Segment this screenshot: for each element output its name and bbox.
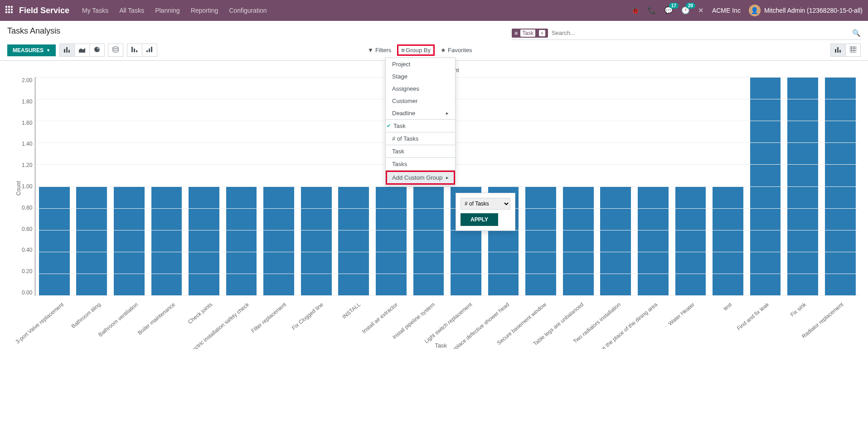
graph-view-button[interactable] bbox=[830, 44, 846, 57]
svg-rect-20 bbox=[835, 49, 836, 53]
y-tick: 0.60 bbox=[22, 226, 32, 232]
svg-rect-14 bbox=[131, 47, 133, 52]
bar-chart-button[interactable] bbox=[59, 44, 75, 57]
svg-rect-2 bbox=[11, 6, 13, 8]
y-tick: 0.80 bbox=[22, 205, 32, 211]
chart-bar[interactable] bbox=[301, 186, 332, 296]
app-brand[interactable]: Field Service bbox=[19, 6, 69, 15]
chart-bar[interactable] bbox=[338, 186, 369, 296]
messages-icon[interactable]: 💬17 bbox=[664, 6, 673, 15]
chart-bar[interactable] bbox=[114, 186, 145, 296]
dd-tasks[interactable]: Tasks bbox=[386, 158, 455, 170]
svg-rect-3 bbox=[5, 9, 7, 10]
avatar-icon: 👤 bbox=[749, 5, 761, 16]
search-input[interactable] bbox=[548, 28, 852, 38]
search-facet[interactable]: ≡ Task × bbox=[512, 29, 548, 38]
navbar: Field Service My Tasks All Tasks Plannin… bbox=[0, 0, 868, 21]
y-tick: 1.00 bbox=[22, 183, 32, 190]
svg-rect-4 bbox=[8, 9, 10, 10]
chart-bar[interactable] bbox=[525, 186, 556, 296]
chart-bar[interactable] bbox=[263, 186, 294, 296]
user-menu[interactable]: 👤 Mitchell Admin (12368280-15-0-all) bbox=[749, 5, 863, 16]
facet-value: Task bbox=[520, 29, 535, 37]
dd-assignees[interactable]: Assignees bbox=[386, 83, 455, 95]
list-icon: ≡ bbox=[514, 30, 517, 36]
filter-icon: ▼ bbox=[368, 47, 373, 54]
svg-rect-17 bbox=[146, 50, 148, 52]
y-tick: 1.20 bbox=[22, 162, 32, 168]
svg-rect-16 bbox=[136, 50, 137, 52]
y-axis: 2.001.801.601.401.201.000.800.600.400.20… bbox=[22, 77, 35, 296]
pie-chart-button[interactable] bbox=[89, 44, 105, 57]
x-axis-label: Task bbox=[14, 342, 868, 349]
list-icon: ≡ bbox=[401, 47, 404, 54]
sort-asc-button[interactable] bbox=[142, 44, 157, 57]
y-tick: 1.80 bbox=[22, 98, 32, 105]
apply-button[interactable]: APPLY bbox=[461, 213, 498, 226]
svg-point-13 bbox=[113, 47, 118, 49]
chart-bar[interactable] bbox=[638, 186, 669, 296]
svg-rect-15 bbox=[134, 49, 135, 52]
apps-icon[interactable] bbox=[5, 6, 13, 15]
tools-icon[interactable]: ✕ bbox=[698, 6, 704, 15]
y-tick: 0.20 bbox=[22, 268, 32, 274]
chart-bar[interactable] bbox=[600, 186, 631, 296]
chart-bar[interactable] bbox=[713, 186, 743, 296]
x-tick-label: 3-port Valve replacement bbox=[15, 301, 65, 345]
search-bar: ≡ Task × 🔍 bbox=[512, 26, 861, 40]
dd-num-tasks[interactable]: # of Tasks bbox=[386, 132, 455, 145]
company-switcher[interactable]: ACME Inc bbox=[712, 7, 741, 14]
group-by-label: Group By bbox=[406, 47, 431, 54]
dd-add-custom-group[interactable]: Add Custom Group bbox=[386, 171, 455, 185]
dd-project[interactable]: Project bbox=[386, 58, 455, 70]
line-chart-button[interactable] bbox=[74, 44, 90, 57]
chart-bar[interactable] bbox=[226, 186, 257, 296]
chart-bar[interactable] bbox=[76, 186, 107, 296]
nav-all-tasks[interactable]: All Tasks bbox=[119, 7, 144, 14]
svg-rect-11 bbox=[68, 50, 70, 53]
activities-badge: 29 bbox=[686, 3, 695, 9]
custom-group-select[interactable]: # of Tasks bbox=[461, 198, 510, 210]
measures-button[interactable]: MEASURES ▼ bbox=[7, 44, 56, 56]
group-by-button[interactable]: ≡ Group By bbox=[397, 44, 435, 56]
y-tick: 1.60 bbox=[22, 120, 32, 126]
chart-bar[interactable] bbox=[39, 186, 70, 296]
dd-task[interactable]: Task bbox=[386, 145, 455, 157]
facet-remove-icon[interactable]: × bbox=[539, 30, 545, 36]
chart-bar[interactable] bbox=[189, 186, 219, 296]
x-tick-label: Fix sink bbox=[789, 301, 807, 318]
dd-stage[interactable]: Stage bbox=[386, 70, 455, 83]
dd-task-checked[interactable]: Task bbox=[386, 120, 455, 132]
pivot-view-button[interactable] bbox=[845, 44, 861, 57]
group-by-dropdown: Project Stage Assignees Customer Deadlin… bbox=[385, 58, 456, 185]
chart-bar[interactable] bbox=[376, 186, 407, 296]
nav-planning[interactable]: Planning bbox=[155, 7, 180, 14]
activities-icon[interactable]: 🕐29 bbox=[681, 6, 690, 15]
sort-desc-button[interactable] bbox=[127, 44, 142, 57]
dd-deadline[interactable]: Deadline bbox=[386, 107, 455, 119]
debug-icon[interactable]: 🐞 bbox=[631, 6, 640, 15]
favorites-button[interactable]: ★ Favorites bbox=[436, 44, 476, 56]
chart-bar[interactable] bbox=[563, 186, 594, 296]
chart-bar[interactable] bbox=[413, 186, 444, 296]
phone-icon[interactable]: 📞 bbox=[648, 6, 656, 15]
nav-my-tasks[interactable]: My Tasks bbox=[82, 7, 108, 14]
chart-bar[interactable] bbox=[675, 186, 706, 296]
dd-customer[interactable]: Customer bbox=[386, 95, 455, 107]
svg-rect-0 bbox=[5, 6, 7, 8]
y-axis-label: Count bbox=[14, 77, 22, 299]
nav-reporting[interactable]: Reporting bbox=[191, 7, 218, 14]
svg-rect-18 bbox=[149, 49, 150, 52]
svg-rect-19 bbox=[151, 47, 152, 52]
svg-rect-23 bbox=[850, 46, 856, 53]
filters-button[interactable]: ▼ Filters bbox=[364, 44, 395, 56]
stacked-button[interactable] bbox=[108, 44, 123, 57]
chart-bar[interactable] bbox=[151, 186, 182, 296]
page-title: Tasks Analysis bbox=[7, 26, 60, 40]
svg-rect-1 bbox=[8, 6, 10, 8]
search-icon[interactable]: 🔍 bbox=[852, 29, 861, 37]
svg-rect-21 bbox=[837, 47, 839, 53]
control-panel: Tasks Analysis ≡ Task × 🔍 MEASURES ▼ bbox=[0, 21, 868, 61]
nav-configuration[interactable]: Configuration bbox=[229, 7, 267, 14]
y-tick: 0.40 bbox=[22, 247, 32, 253]
